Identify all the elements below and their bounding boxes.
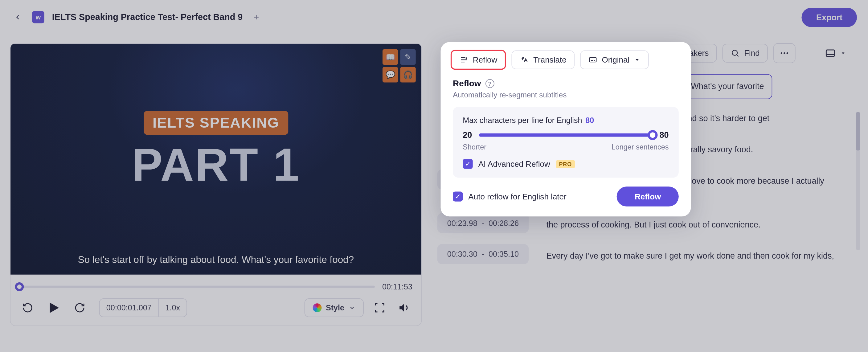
volume-button[interactable] <box>396 299 412 316</box>
svg-point-8 <box>784 53 785 54</box>
svg-rect-13 <box>590 58 596 62</box>
layout-toggle-button[interactable] <box>819 43 851 63</box>
current-timecode: 00:00:01.007 <box>99 299 158 317</box>
svg-point-9 <box>786 53 788 54</box>
export-button[interactable]: Export <box>802 7 857 27</box>
ai-reflow-label: AI Advanced Reflow <box>478 159 550 168</box>
ai-reflow-checkbox[interactable]: ✓ <box>463 159 472 169</box>
original-label: Original <box>602 56 630 64</box>
subtitle-time[interactable]: 00:30.30 - 00:35.10 <box>437 244 529 264</box>
app-header: w IELTS Speaking Practice Test- Perfect … <box>0 0 868 34</box>
forward-icon <box>74 302 85 314</box>
slider-min: 20 <box>463 130 472 140</box>
chevron-down-icon <box>634 56 641 63</box>
max-chars-value: 80 <box>585 116 594 125</box>
forward-button[interactable] <box>71 299 88 316</box>
video-duration: 00:11:53 <box>382 282 412 291</box>
app-logo-icon: w <box>32 11 44 24</box>
svg-rect-10 <box>826 50 834 56</box>
auto-reflow-checkbox[interactable]: ✓ <box>453 191 463 201</box>
svg-marker-2 <box>50 303 59 313</box>
reflow-action-button[interactable]: Reflow <box>617 187 678 206</box>
subtitle-text[interactable]: Every day I've got to make sure I get my… <box>538 244 851 267</box>
find-label: Find <box>744 49 760 58</box>
style-button[interactable]: Style <box>304 298 364 317</box>
subtitle-row[interactable]: 00:30.30 - 00:35.10 Every day I've got t… <box>437 244 851 267</box>
translate-tab[interactable]: Translate <box>512 50 575 69</box>
chevron-left-icon <box>14 13 22 21</box>
popover-subheading: Automatically re-segment subtitles <box>453 91 679 99</box>
slider-shorter-label: Shorter <box>463 143 487 151</box>
play-button[interactable] <box>44 298 64 318</box>
page-title: IELTS Speaking Practice Test- Perfect Ba… <box>52 12 243 22</box>
fullscreen-icon <box>374 302 385 314</box>
video-corner-badges: 📖 ✎ 💬 🎧 <box>382 49 416 83</box>
slider-thumb[interactable] <box>648 130 658 140</box>
popover-heading: Reflow ? <box>453 78 679 89</box>
video-tag: IELTS SPEAKING <box>144 111 288 134</box>
reflow-icon <box>460 56 468 64</box>
svg-point-7 <box>781 53 783 54</box>
playback-speed[interactable]: 1.0x <box>158 299 186 317</box>
find-button[interactable]: Find <box>722 44 768 63</box>
video-subtitle-overlay: So let's start off by talking about food… <box>31 254 401 266</box>
help-icon[interactable]: ? <box>486 79 494 88</box>
more-button[interactable] <box>774 43 796 63</box>
book-icon: 📖 <box>382 49 398 65</box>
plus-icon <box>253 13 260 21</box>
reflow-settings-card: Max characters per line for English 80 2… <box>453 107 679 178</box>
svg-marker-16 <box>636 59 639 61</box>
pro-badge: PRO <box>556 160 575 168</box>
slider-longer-label: Longer sentences <box>612 143 669 151</box>
rewind-button[interactable] <box>20 299 36 316</box>
scrollbar-thumb[interactable] <box>856 112 860 151</box>
layout-icon <box>825 47 836 59</box>
reflow-tab[interactable]: Reflow <box>451 50 506 70</box>
style-label: Style <box>326 303 344 313</box>
fullscreen-button[interactable] <box>371 299 388 316</box>
headphones-icon: 🎧 <box>400 67 415 82</box>
auto-reflow-label: Auto reflow for English later <box>468 192 566 201</box>
pen-icon: ✎ <box>400 49 415 65</box>
translate-icon <box>520 56 529 64</box>
translate-tab-label: Translate <box>533 56 566 64</box>
svg-line-6 <box>737 55 739 56</box>
max-chars-label: Max characters per line for English <box>463 116 582 125</box>
rewind-icon <box>22 302 33 314</box>
subtitle-icon <box>588 56 597 64</box>
chevron-down-icon <box>840 50 846 56</box>
scrollbar[interactable] <box>856 112 860 250</box>
original-dropdown[interactable]: Original <box>581 50 649 69</box>
style-swatch-icon <box>313 303 321 313</box>
max-chars-slider[interactable] <box>479 133 653 136</box>
add-button[interactable] <box>250 11 262 24</box>
chat-icon: 💬 <box>382 67 398 82</box>
progress-thumb[interactable] <box>15 282 24 291</box>
timecode-box[interactable]: 00:00:01.007 1.0x <box>99 298 187 317</box>
back-button[interactable] <box>11 10 24 24</box>
slider-max: 80 <box>659 130 669 140</box>
svg-marker-12 <box>842 53 844 54</box>
more-icon <box>779 48 789 58</box>
reflow-tab-label: Reflow <box>473 56 497 64</box>
video-panel: 📖 ✎ 💬 🎧 IELTS SPEAKING PART 1 So let's s… <box>0 34 432 352</box>
reflow-popover: Reflow Translate Original Reflow ? Autom… <box>441 42 691 216</box>
volume-icon <box>398 302 410 314</box>
video-preview[interactable]: 📖 ✎ 💬 🎧 IELTS SPEAKING PART 1 So let's s… <box>10 44 421 275</box>
search-icon <box>731 49 740 58</box>
chevron-down-icon <box>349 305 355 311</box>
svg-point-5 <box>733 50 738 56</box>
video-progress-bar[interactable] <box>20 286 374 288</box>
play-icon <box>46 300 61 316</box>
video-part-label: PART 1 <box>132 138 300 191</box>
